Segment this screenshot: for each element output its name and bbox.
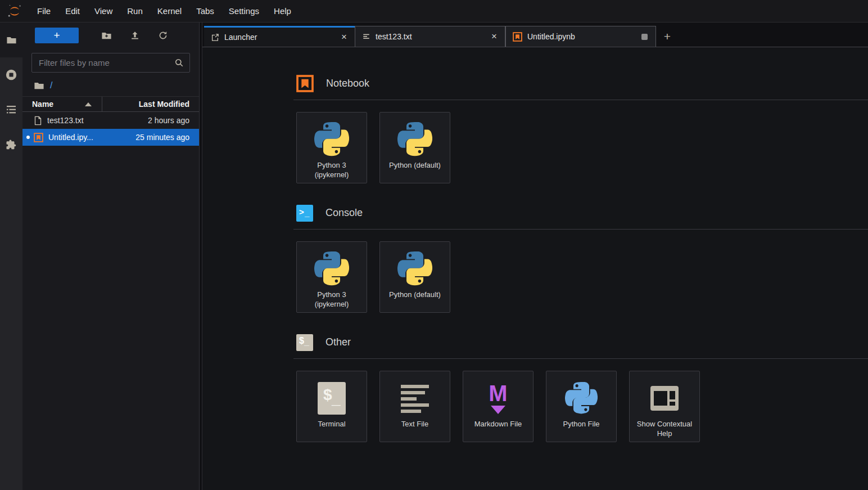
card-label: Python 3 (ipykernel)	[297, 290, 367, 309]
new-tab-button[interactable]: +	[656, 26, 679, 47]
launcher-card-show-contextual-help[interactable]: Show Contextual Help	[629, 371, 700, 442]
launcher-card-terminal[interactable]: $_Terminal	[296, 371, 367, 442]
section-divider	[293, 100, 868, 100]
card-label: Markdown File	[472, 420, 525, 429]
tab-bar: Launcher×test123.txt×Untitled.ipynb+	[202, 23, 868, 47]
menu-view[interactable]: View	[87, 0, 120, 22]
file-name: test123.txt	[22, 116, 102, 125]
notebook-large-icon	[296, 75, 314, 92]
launcher-card-python-3-ipykernel-[interactable]: Python 3 (ipykernel)	[296, 241, 367, 313]
activity-extensions[interactable]	[0, 127, 22, 162]
card-label: Python File	[560, 420, 602, 429]
menu-run[interactable]: Run	[120, 0, 150, 22]
terminal-box-icon: $_	[296, 334, 313, 351]
workspace-body: + / Name Last Modified test123.txt2	[0, 23, 868, 490]
card-label: Text File	[399, 420, 431, 429]
menu-file[interactable]: File	[30, 0, 58, 22]
section-cards: Python 3 (ipykernel)Python (default)	[293, 241, 868, 313]
menu-bar: FileEditViewRunKernelTabsSettingsHelp	[0, 0, 868, 23]
menu-kernel[interactable]: Kernel	[150, 0, 189, 22]
notebook-icon	[513, 32, 522, 42]
text-lines-small-icon	[362, 33, 370, 41]
file-browser-toolbar: +	[22, 23, 199, 48]
card-label: Terminal	[315, 420, 348, 429]
launcher-card-python-file[interactable]: Python File	[546, 371, 617, 442]
section-header: >_Console	[293, 204, 868, 222]
file-list: test123.txt2 hours agoUntitled.ipy...25 …	[22, 112, 199, 146]
jupyter-logo-icon	[6, 3, 23, 20]
launcher-card-python-default-[interactable]: Python (default)	[379, 241, 450, 313]
file-row[interactable]: test123.txt2 hours ago	[22, 112, 199, 129]
card-label: Python (default)	[386, 161, 444, 170]
column-header-modified[interactable]: Last Modified	[102, 97, 199, 111]
section-title: Console	[326, 207, 363, 219]
breadcrumb-root[interactable]: /	[50, 80, 52, 91]
toc-list-icon	[6, 105, 17, 115]
refresh-icon[interactable]	[158, 30, 168, 41]
file-row[interactable]: Untitled.ipy...25 minutes ago	[22, 129, 199, 146]
jupyterlab-window: FileEditViewRunKernelTabsSettingsHelp + …	[0, 0, 868, 490]
activity-running-sessions[interactable]	[0, 57, 22, 92]
tab-untitled-ipynb[interactable]: Untitled.ipynb	[505, 26, 656, 47]
contextual-help-icon	[650, 380, 679, 417]
doc-icon	[34, 116, 42, 125]
launcher-section-other: $_Other$_TerminalText FileMMarkdown File…	[293, 334, 868, 442]
section-divider	[293, 358, 868, 359]
column-header-name[interactable]: Name	[22, 97, 102, 111]
card-label: Python (default)	[386, 290, 444, 300]
sort-ascending-icon	[85, 102, 92, 106]
launcher: NotebookPython 3 (ipykernel)Python (defa…	[202, 47, 868, 490]
upload-icon[interactable]	[130, 30, 140, 41]
close-tab-icon[interactable]: ×	[339, 32, 349, 43]
menu-edit[interactable]: Edit	[58, 0, 87, 22]
notebook-icon	[34, 133, 43, 142]
new-launcher-button[interactable]: +	[35, 28, 79, 43]
launcher-icon	[211, 33, 219, 42]
home-folder-icon[interactable]	[34, 80, 44, 91]
activity-bar	[0, 23, 22, 490]
tab-label: Launcher	[224, 33, 339, 42]
new-folder-icon[interactable]	[101, 30, 112, 41]
text-lines-card-icon	[400, 380, 430, 417]
launcher-card-python-default-[interactable]: Python (default)	[379, 112, 450, 183]
file-list-header: Name Last Modified	[22, 96, 199, 112]
tab-launcher[interactable]: Launcher×	[204, 26, 355, 47]
section-title: Notebook	[326, 78, 369, 89]
launcher-card-python-3-ipykernel-[interactable]: Python 3 (ipykernel)	[296, 112, 367, 183]
activity-file-browser[interactable]	[0, 23, 22, 57]
launcher-card-markdown-file[interactable]: MMarkdown File	[463, 371, 534, 442]
running-kernel-dot	[26, 136, 30, 139]
section-cards: Python 3 (ipykernel)Python (default)	[293, 112, 868, 183]
launcher-card-text-file[interactable]: Text File	[379, 371, 450, 442]
section-header: Notebook	[293, 75, 868, 92]
filter-files-box	[31, 53, 190, 73]
close-tab-icon[interactable]: ×	[489, 31, 499, 42]
card-label: Python 3 (ipykernel)	[297, 161, 367, 180]
tab-label: Untitled.ipynb	[527, 32, 641, 41]
python-logo-icon	[397, 121, 432, 158]
search-icon	[174, 58, 184, 68]
menu-help[interactable]: Help	[266, 0, 299, 22]
menu-tabs[interactable]: Tabs	[189, 0, 221, 22]
activity-table-of-contents[interactable]	[0, 92, 22, 127]
main-area: Launcher×test123.txt×Untitled.ipynb+ Not…	[202, 23, 868, 490]
section-divider	[293, 229, 868, 230]
section-title: Other	[326, 336, 351, 348]
launcher-section-console: >_ConsolePython 3 (ipykernel)Python (def…	[293, 204, 868, 313]
folder-icon	[6, 35, 17, 46]
name-column-label: Name	[32, 100, 53, 109]
file-modified: 25 minutes ago	[102, 133, 199, 142]
tab-test123-txt[interactable]: test123.txt×	[355, 26, 505, 47]
python-mono-icon	[565, 380, 598, 417]
file-browser-panel: + / Name Last Modified test123.txt2	[22, 23, 200, 490]
python-logo-icon	[397, 250, 432, 287]
unsaved-changes-indicator[interactable]	[641, 34, 648, 40]
card-label: Show Contextual Help	[630, 420, 699, 439]
filter-files-input[interactable]	[32, 57, 174, 68]
terminal-card-icon: $_	[318, 380, 346, 417]
breadcrumb: /	[22, 75, 199, 96]
menu-settings[interactable]: Settings	[221, 0, 266, 22]
section-cards: $_TerminalText FileMMarkdown FilePython …	[293, 371, 868, 442]
tab-label: test123.txt	[376, 32, 489, 41]
markdown-icon: M	[489, 380, 507, 417]
